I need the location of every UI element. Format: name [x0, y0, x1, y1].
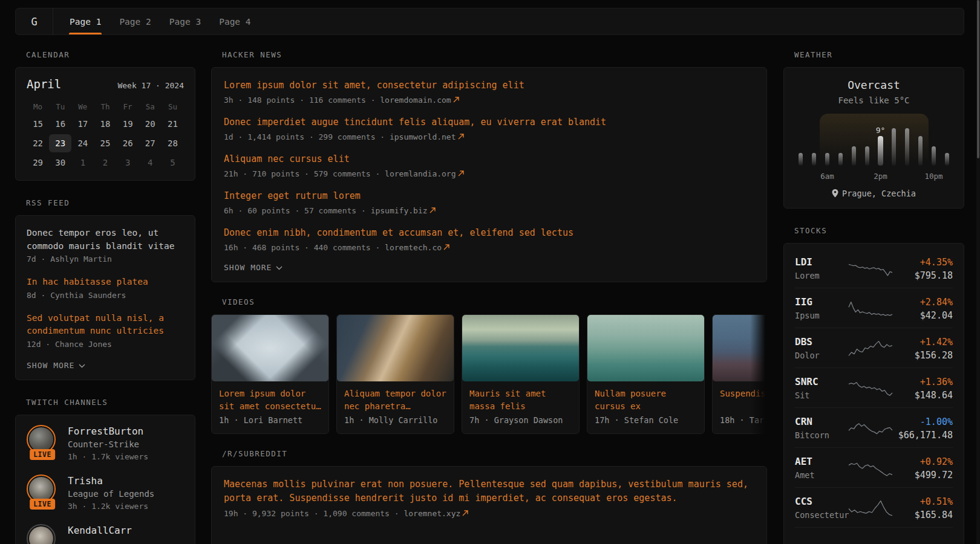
- tab-page-2[interactable]: Page 2: [110, 8, 160, 34]
- post-domain-link[interactable]: loremtech.co: [385, 243, 442, 252]
- hackernews-section-label: HACKER NEWS: [222, 51, 767, 59]
- rss-item-meta: 8d · Cynthia Saunders: [27, 291, 184, 300]
- stock-row[interactable]: CCSConsectetur+0.51%$165.84: [795, 488, 953, 528]
- video-title[interactable]: Nullam posuere cursus ex: [587, 381, 704, 413]
- video-card[interactable]: Aliquam tempor dolor nec pharetra…1h · M…: [336, 314, 454, 434]
- weather-bar-current: [878, 136, 883, 166]
- subreddit-widget: /R/SUBREDDIT Maecenas mollis pulvinar er…: [211, 450, 767, 544]
- video-thumbnail[interactable]: [587, 315, 704, 381]
- stock-identity: CCSConsectetur: [795, 496, 848, 520]
- app-logo[interactable]: G: [16, 8, 53, 34]
- video-thumbnail[interactable]: [713, 315, 767, 381]
- weather-condition: Overcast: [794, 79, 954, 92]
- post-domain-link[interactable]: loremdomain.com: [380, 96, 451, 105]
- video-title[interactable]: Lorem ipsum dolor sit amet consectetu…: [212, 381, 328, 413]
- stock-symbol[interactable]: SNRC: [795, 376, 848, 388]
- post-domain-link[interactable]: loremnet.xyz: [403, 509, 460, 518]
- post-domain-link[interactable]: loremlandia.org: [385, 169, 456, 178]
- video-title[interactable]: Aliquam tempor dolor nec pharetra…: [337, 381, 454, 413]
- page-scrollbar[interactable]: [976, 0, 980, 544]
- twitch-channel[interactable]: LIVETrishaLeague of Legends3h · 1.2k vie…: [27, 474, 184, 512]
- stock-change: -1.00%: [893, 416, 953, 428]
- stock-symbol[interactable]: LDI: [795, 256, 848, 268]
- stock-sparkline: [848, 419, 893, 438]
- hackernews-item-title[interactable]: Lorem ipsum dolor sit amet, consectetur …: [224, 79, 754, 92]
- current-temp-label: 9°: [876, 126, 886, 135]
- stock-symbol[interactable]: IIG: [795, 296, 848, 308]
- video-thumbnail[interactable]: [212, 315, 328, 381]
- calendar-widget: CALENDAR April Week 17 · 2024 MoTuWeThFr…: [15, 51, 195, 181]
- weather-widget: WEATHER Overcast Feels like 5°C 9° 6am2p…: [783, 51, 964, 209]
- tab-page-4[interactable]: Page 4: [210, 8, 260, 34]
- stock-row[interactable]: AHS+0.46%: [795, 528, 953, 544]
- stock-symbol[interactable]: CCS: [795, 496, 848, 508]
- video-card[interactable]: Mauris sit amet massa felis7h · Grayson …: [462, 314, 580, 434]
- tab-page-3[interactable]: Page 3: [160, 8, 210, 34]
- stock-identity: SNRCSit: [795, 376, 848, 401]
- twitch-channel-name[interactable]: KendallCarr: [68, 524, 132, 537]
- rss-widget: RSS FEED Donec tempor eros leo, ut commo…: [15, 199, 195, 380]
- twitch-avatar[interactable]: [27, 524, 58, 544]
- video-card[interactable]: Nullam posuere cursus ex17h · Stefan Col…: [587, 314, 705, 434]
- tab-page-1[interactable]: Page 1: [60, 8, 110, 34]
- stock-sparkline: [848, 539, 893, 544]
- twitch-channel-name[interactable]: ForrestBurton: [68, 425, 148, 438]
- stock-symbol[interactable]: CRN: [795, 416, 848, 428]
- stock-change: +1.36%: [893, 376, 953, 388]
- calendar-day: 17: [71, 115, 94, 133]
- stock-row[interactable]: AETAmet+0.92%$499.72: [795, 448, 953, 488]
- rss-card: Donec tempor eros leo, ut commodo mauris…: [15, 215, 195, 380]
- twitch-channel[interactable]: KendallCarr: [27, 524, 184, 544]
- twitch-channel-name[interactable]: Trisha: [68, 474, 154, 488]
- stock-row[interactable]: DBSDolor+1.42%$156.28: [795, 328, 953, 368]
- stock-row[interactable]: CRNBitcorn-1.00%$66,171.48: [795, 408, 953, 448]
- weather-bar: [812, 153, 816, 166]
- stock-symbol[interactable]: DBS: [795, 336, 848, 348]
- hackernews-item-title[interactable]: Aliquam nec cursus elit: [224, 152, 754, 166]
- video-thumbnail[interactable]: [337, 315, 454, 381]
- hackernews-show-more-button[interactable]: SHOW MORE: [224, 263, 754, 272]
- hackernews-item: Donec enim nibh, condimentum et accumsan…: [224, 226, 754, 253]
- post-meta: 16h · 468 points · 440 comments · loremt…: [224, 242, 754, 253]
- rss-item-title[interactable]: In hac habitasse platea: [27, 276, 184, 289]
- stock-sparkline: [848, 499, 893, 518]
- rss-item-title[interactable]: Donec tempor eros leo, ut commodo mauris…: [27, 227, 184, 253]
- video-title[interactable]: Suspendisse diam: [713, 381, 767, 413]
- subreddit-post-title[interactable]: Maecenas mollis pulvinar erat non posuer…: [224, 478, 754, 505]
- rss-show-more-button[interactable]: SHOW MORE: [27, 361, 184, 370]
- stock-name: Consectetur: [795, 510, 848, 520]
- rss-item-title[interactable]: Sed volutpat nulla nisl, a condimentum n…: [27, 312, 184, 338]
- hackernews-item-title[interactable]: Donec enim nibh, condimentum et accumsan…: [224, 226, 754, 239]
- stock-identity: AETAmet: [795, 456, 848, 481]
- hackernews-widget: HACKER NEWS Lorem ipsum dolor sit amet, …: [211, 51, 767, 282]
- stock-row[interactable]: SNRCSit+1.36%$148.64: [795, 368, 953, 408]
- post-domain-link[interactable]: ipsumify.biz: [371, 206, 428, 215]
- stock-row[interactable]: IIGIpsum+2.84%$42.04: [795, 288, 953, 328]
- stock-identity: LDILorem: [795, 256, 848, 281]
- hackernews-item-title[interactable]: Donec imperdiet augue tincidunt felis al…: [224, 115, 754, 129]
- twitch-avatar[interactable]: LIVE: [27, 474, 58, 506]
- video-card[interactable]: Lorem ipsum dolor sit amet consectetu…1h…: [211, 314, 329, 434]
- rss-item: Sed volutpat nulla nisl, a condimentum n…: [27, 312, 184, 349]
- video-card[interactable]: Suspendisse diam18h · Tara: [712, 314, 767, 434]
- hackernews-item-title[interactable]: Integer eget rutrum lorem: [224, 189, 754, 202]
- twitch-widget: TWITCH CHANNELS LIVEForrestBurtonCounter…: [15, 398, 195, 544]
- twitch-channel[interactable]: LIVEForrestBurtonCounter-Strike1h · 1.7k…: [27, 425, 184, 462]
- calendar-day: 18: [94, 115, 116, 133]
- weather-tick-label: 10pm: [924, 172, 942, 181]
- video-title[interactable]: Mauris sit amet massa felis: [462, 381, 579, 413]
- twitch-channel-game: Counter-Strike: [68, 438, 148, 451]
- rss-item-meta: 12d · Chance Jones: [27, 340, 184, 349]
- stock-symbol[interactable]: AET: [795, 456, 848, 468]
- weather-tick-labels: 6am2pm10pm: [794, 172, 954, 181]
- calendar-day: 16: [49, 115, 71, 133]
- weather-section-label: WEATHER: [794, 51, 964, 59]
- stock-change: +1.42%: [893, 336, 953, 348]
- video-thumbnail[interactable]: [462, 315, 579, 381]
- twitch-avatar[interactable]: LIVE: [27, 425, 58, 456]
- stock-identity: DBSDolor: [795, 336, 848, 361]
- scrollbar-thumb[interactable]: [977, 0, 979, 158]
- external-link-icon: [430, 207, 436, 213]
- post-domain-link[interactable]: ipsumworld.net: [390, 132, 456, 141]
- stock-row[interactable]: LDILorem+4.35%$795.18: [795, 248, 953, 288]
